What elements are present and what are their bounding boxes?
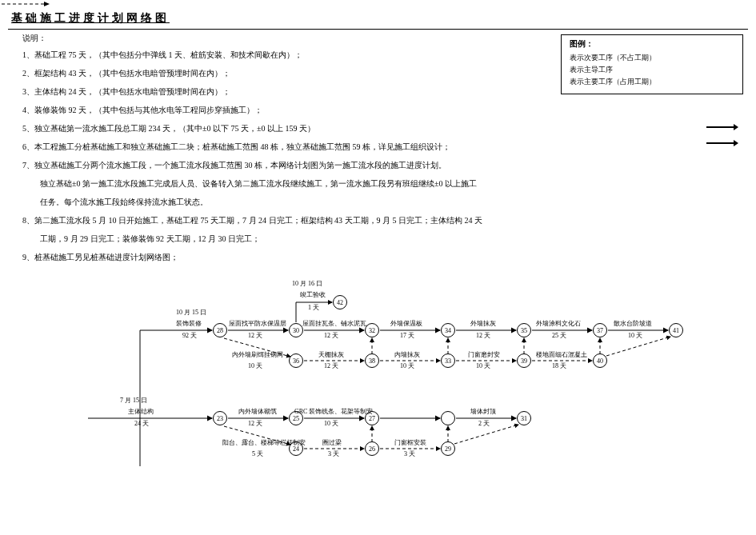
duration-label: 2 天 (478, 421, 490, 428)
node: 34 (441, 323, 455, 337)
node: 36 (289, 353, 303, 368)
outer-border: 说明： 1、基础工程 75 天，（其中包括分中弹线 1 天、桩筋安装、和技术间歇… (8, 29, 748, 466)
explain-item: 4、装修装饰 92 天，（其中包括与其他水电等工程同步穿插施工）； (22, 104, 553, 116)
duration-label: 17 天 (400, 333, 414, 340)
activity-label: 天棚抹灰 (318, 352, 344, 359)
diagram-lines (8, 274, 744, 466)
node: 23 (213, 411, 227, 425)
node: 40 (593, 353, 607, 368)
activity-label: 竣工验收 (300, 292, 326, 299)
explain-item: 9、桩基础施工另见桩基础进度计划网络图； (22, 251, 553, 263)
duration-label: 10 天 (248, 363, 262, 370)
arrow-solid-icon (706, 126, 735, 128)
node: 38 (365, 353, 379, 368)
duration-label: 12 天 (324, 333, 338, 340)
activity-label: 外墙保温板 (390, 321, 422, 328)
legend-text: 表示主要工序（占用工期） (570, 77, 656, 87)
date-label: 10 月 15 日 (176, 309, 206, 317)
svg-marker-1 (44, 2, 50, 6)
duration-label: 24 天 (134, 421, 149, 428)
activity-label: 装饰装修 (176, 321, 202, 328)
node: 28 (213, 323, 227, 337)
explain-item: 工期，9 月 29 日完工；装修装饰 92 天工期，12 月 30 日完工； (22, 233, 553, 245)
arrow-solid-icon (706, 142, 735, 144)
explain-item: 8、第二施工流水段 5 月 10 日开始施工，基础工程 75 天工期，7 月 2… (22, 214, 553, 226)
network-diagram: 28 30 32 34 35 37 41 42 36 38 33 39 40 2… (8, 274, 744, 466)
activity-label: 散水台阶坡道 (614, 321, 652, 328)
activity-label: 门窗磨封安 (468, 352, 500, 359)
activity-label: 楼地面细石混凝土 (536, 352, 587, 359)
node (441, 411, 455, 425)
duration-label: 12 天 (324, 363, 338, 370)
duration-label: 18 天 (552, 363, 566, 370)
node: 42 (333, 295, 347, 309)
duration-label: 10 天 (324, 421, 338, 428)
activity-label: 墙体封顶 (470, 409, 496, 416)
explain-heading: 说明： (22, 33, 553, 44)
legend-title: 图例： (570, 38, 738, 50)
node: 30 (289, 323, 303, 337)
duration-label: 25 天 (552, 333, 566, 340)
duration-label: 92 天 (182, 333, 197, 340)
node: 32 (365, 323, 379, 337)
node: 35 (517, 323, 531, 337)
node: 31 (517, 411, 531, 425)
duration-label: 1 天 (308, 305, 319, 312)
activity-label: 外墙涂料文化石 (536, 321, 581, 328)
duration-label: 10 天 (400, 363, 414, 370)
date-label: 7 月 15 日 (120, 397, 147, 405)
duration-label: 10 天 (476, 363, 490, 370)
explain-item: 1、基础工程 75 天，（其中包括分中弹线 1 天、桩筋安装、和技术间歇在内）； (22, 49, 553, 61)
legend-line-major-icon (0, 0, 52, 8)
activity-label: 内外墙刷饵挂钢网 (232, 352, 283, 359)
duration-label: 12 天 (476, 333, 490, 340)
explanation-block: 说明： 1、基础工程 75 天，（其中包括分中弹线 1 天、桩筋安装、和技术间歇… (8, 30, 561, 269)
activity-label: 内墙抹灰 (394, 352, 420, 359)
explain-item: 5、独立基础第一流水施工段总工期 234 天，（其中±0 以下 75 天，±0 … (22, 122, 553, 134)
activity-label: 圈过梁 (322, 440, 342, 447)
node: 26 (365, 441, 379, 456)
node: 29 (441, 441, 455, 456)
legend-text: 表示次要工序（不占工期） (570, 53, 656, 63)
duration-label: 5 天 (252, 451, 263, 458)
node: 33 (441, 353, 455, 368)
duration-label: 12 天 (248, 333, 262, 340)
duration-label: 10 天 (628, 333, 642, 340)
activity-label: GRC 装饰线条、花架等制安 (294, 409, 373, 416)
activity-label: 阳台、露台、楼梯等栏杆制安 (222, 440, 306, 447)
explain-item: 3、主体结构 24 天，（其中包括水电暗管预埋时间在内）； (22, 86, 553, 98)
activity-label: 门窗框安装 (394, 440, 426, 447)
explain-item: 独立基础±0 第一施工流水段施工完成后人员、设备转入第二施工流水段继续施工，第一… (22, 178, 553, 190)
explain-item: 任务。每个流水施工段始终保持流水施工状态。 (22, 196, 553, 208)
date-label: 10 月 16 日 (292, 281, 322, 288)
page-title: 基础施工进度计划网络图 (11, 11, 748, 26)
explain-item: 7、独立基础施工分两个流水施工段，一个施工流水段施工范围 30 栋，本网络计划图… (22, 159, 553, 171)
activity-label: 屋面挂瓦条、铺水泥瓦 (302, 321, 366, 328)
legend-box: 图例： 表示次要工序（不占工期） 表示主导工序 表示主要工序（占用工期） (561, 34, 743, 94)
extra-arrows (706, 112, 738, 158)
duration-label: 3 天 (328, 451, 339, 458)
activity-label: 外墙抹灰 (470, 321, 496, 328)
node: 37 (593, 323, 607, 337)
explain-item: 6、本工程施工分桩基础施工和独立基础施工二块；桩基础施工范围 48 栋，独立基础… (22, 141, 553, 153)
node: 41 (669, 323, 683, 337)
duration-label: 3 天 (404, 451, 415, 458)
activity-label: 屋面找平防水保温层 (229, 321, 286, 328)
explain-item: 2、框架结构 43 天，（其中包括水电暗管预埋时间在内）； (22, 67, 553, 79)
activity-label: 主体结构 (128, 409, 154, 416)
legend-text: 表示主导工序 (570, 65, 613, 75)
node: 39 (517, 353, 531, 368)
duration-label: 12 天 (248, 421, 262, 428)
activity-label: 内外墙体砌筑 (238, 409, 277, 416)
